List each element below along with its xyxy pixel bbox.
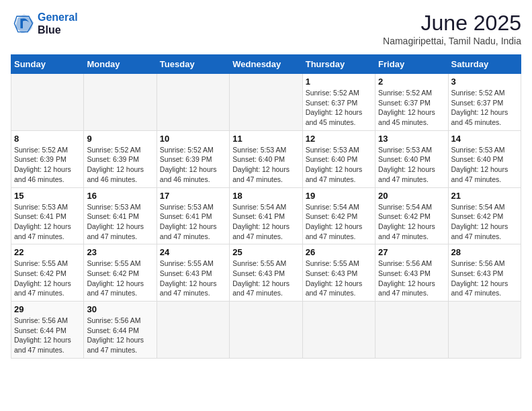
day-number: 17 xyxy=(160,191,226,201)
month-title: June 2025 xyxy=(383,11,521,36)
header-monday: Monday xyxy=(84,55,157,74)
day-detail: Sunrise: 5:54 AMSunset: 6:41 PMDaylight:… xyxy=(232,202,299,242)
calendar-day-cell xyxy=(157,74,229,131)
calendar-day-cell: 9Sunrise: 5:52 AMSunset: 6:39 PMDaylight… xyxy=(84,130,157,187)
day-detail: Sunrise: 5:55 AMSunset: 6:43 PMDaylight:… xyxy=(232,259,299,298)
day-detail: Sunrise: 5:52 AMSunset: 6:39 PMDaylight:… xyxy=(14,145,81,185)
page-header: General Blue June 2025 Namagiripettai, T… xyxy=(11,11,521,46)
day-detail: Sunrise: 5:53 AMSunset: 6:40 PMDaylight:… xyxy=(378,145,445,185)
calendar-day-cell: 10Sunrise: 5:52 AMSunset: 6:39 PMDayligh… xyxy=(157,130,229,187)
day-number: 14 xyxy=(451,134,518,144)
day-number: 20 xyxy=(378,191,445,201)
day-number: 19 xyxy=(306,191,372,201)
day-detail: Sunrise: 5:55 AMSunset: 6:42 PMDaylight:… xyxy=(14,259,81,298)
day-number: 18 xyxy=(232,191,299,201)
day-detail: Sunrise: 5:54 AMSunset: 6:42 PMDaylight:… xyxy=(451,202,518,242)
calendar-day-cell: 1Sunrise: 5:52 AMSunset: 6:37 PMDaylight… xyxy=(302,74,375,131)
day-number: 8 xyxy=(14,134,81,144)
day-number: 26 xyxy=(306,247,372,257)
day-number: 1 xyxy=(306,77,372,87)
calendar-day-cell: 22Sunrise: 5:55 AMSunset: 6:42 PMDayligh… xyxy=(11,244,84,302)
calendar-day-cell xyxy=(84,74,157,131)
calendar-day-cell xyxy=(230,302,302,359)
day-number: 22 xyxy=(14,247,81,257)
calendar-day-cell: 18Sunrise: 5:54 AMSunset: 6:41 PMDayligh… xyxy=(230,187,302,244)
day-detail: Sunrise: 5:53 AMSunset: 6:40 PMDaylight:… xyxy=(232,145,299,185)
day-number: 21 xyxy=(451,191,518,201)
calendar-week-row: 1Sunrise: 5:52 AMSunset: 6:37 PMDaylight… xyxy=(11,74,521,131)
calendar-day-cell: 26Sunrise: 5:55 AMSunset: 6:43 PMDayligh… xyxy=(302,244,375,302)
day-detail: Sunrise: 5:53 AMSunset: 6:40 PMDaylight:… xyxy=(306,145,372,185)
title-block: June 2025 Namagiripettai, Tamil Nadu, In… xyxy=(383,11,521,46)
day-number: 29 xyxy=(14,304,81,314)
day-detail: Sunrise: 5:52 AMSunset: 6:39 PMDaylight:… xyxy=(87,145,153,185)
day-number: 28 xyxy=(451,247,518,257)
calendar-day-cell xyxy=(302,302,375,359)
day-number: 10 xyxy=(160,134,226,144)
day-number: 15 xyxy=(14,191,81,201)
calendar-day-cell: 24Sunrise: 5:55 AMSunset: 6:43 PMDayligh… xyxy=(157,244,229,302)
calendar-day-cell: 19Sunrise: 5:54 AMSunset: 6:42 PMDayligh… xyxy=(302,187,375,244)
day-number: 13 xyxy=(378,134,445,144)
day-number: 12 xyxy=(306,134,372,144)
calendar-day-cell: 23Sunrise: 5:55 AMSunset: 6:42 PMDayligh… xyxy=(84,244,157,302)
header-wednesday: Wednesday xyxy=(230,55,302,74)
day-number: 11 xyxy=(232,134,299,144)
calendar-day-cell: 16Sunrise: 5:53 AMSunset: 6:41 PMDayligh… xyxy=(84,187,157,244)
calendar-week-row: 15Sunrise: 5:53 AMSunset: 6:41 PMDayligh… xyxy=(11,187,521,244)
day-number: 24 xyxy=(160,247,226,257)
calendar-day-cell xyxy=(448,302,521,359)
calendar-day-cell xyxy=(375,302,448,359)
location-subtitle: Namagiripettai, Tamil Nadu, India xyxy=(383,36,521,46)
calendar-day-cell: 30Sunrise: 5:56 AMSunset: 6:44 PMDayligh… xyxy=(84,302,157,359)
calendar-day-cell: 28Sunrise: 5:56 AMSunset: 6:43 PMDayligh… xyxy=(448,244,521,302)
calendar-day-cell: 25Sunrise: 5:55 AMSunset: 6:43 PMDayligh… xyxy=(230,244,302,302)
day-detail: Sunrise: 5:55 AMSunset: 6:42 PMDaylight:… xyxy=(87,259,153,298)
calendar-day-cell xyxy=(230,74,302,131)
calendar-day-cell: 21Sunrise: 5:54 AMSunset: 6:42 PMDayligh… xyxy=(448,187,521,244)
header-tuesday: Tuesday xyxy=(157,55,229,74)
logo: General Blue xyxy=(11,11,78,36)
calendar-day-cell xyxy=(11,74,84,131)
day-number: 3 xyxy=(451,77,518,87)
day-number: 2 xyxy=(378,77,445,87)
day-number: 27 xyxy=(378,247,445,257)
calendar-day-cell: 13Sunrise: 5:53 AMSunset: 6:40 PMDayligh… xyxy=(375,130,448,187)
day-detail: Sunrise: 5:55 AMSunset: 6:43 PMDaylight:… xyxy=(306,259,372,298)
day-detail: Sunrise: 5:54 AMSunset: 6:42 PMDaylight:… xyxy=(378,202,445,242)
header-saturday: Saturday xyxy=(448,55,521,74)
header-thursday: Thursday xyxy=(302,55,375,74)
calendar-header: Sunday Monday Tuesday Wednesday Thursday… xyxy=(11,55,521,74)
logo-icon xyxy=(11,11,35,36)
day-detail: Sunrise: 5:52 AMSunset: 6:37 PMDaylight:… xyxy=(306,88,372,128)
calendar-day-cell: 2Sunrise: 5:52 AMSunset: 6:37 PMDaylight… xyxy=(375,74,448,131)
calendar-day-cell: 11Sunrise: 5:53 AMSunset: 6:40 PMDayligh… xyxy=(230,130,302,187)
calendar-day-cell: 3Sunrise: 5:52 AMSunset: 6:37 PMDaylight… xyxy=(448,74,521,131)
day-detail: Sunrise: 5:52 AMSunset: 6:37 PMDaylight:… xyxy=(451,88,518,128)
header-friday: Friday xyxy=(375,55,448,74)
calendar-day-cell: 20Sunrise: 5:54 AMSunset: 6:42 PMDayligh… xyxy=(375,187,448,244)
calendar-week-row: 8Sunrise: 5:52 AMSunset: 6:39 PMDaylight… xyxy=(11,130,521,187)
day-detail: Sunrise: 5:56 AMSunset: 6:43 PMDaylight:… xyxy=(378,259,445,298)
day-detail: Sunrise: 5:53 AMSunset: 6:41 PMDaylight:… xyxy=(160,202,226,242)
calendar-day-cell: 12Sunrise: 5:53 AMSunset: 6:40 PMDayligh… xyxy=(302,130,375,187)
day-detail: Sunrise: 5:52 AMSunset: 6:39 PMDaylight:… xyxy=(160,145,226,185)
calendar-week-row: 22Sunrise: 5:55 AMSunset: 6:42 PMDayligh… xyxy=(11,244,521,302)
day-detail: Sunrise: 5:52 AMSunset: 6:37 PMDaylight:… xyxy=(378,88,445,128)
calendar-week-row: 29Sunrise: 5:56 AMSunset: 6:44 PMDayligh… xyxy=(11,302,521,359)
calendar-day-cell: 29Sunrise: 5:56 AMSunset: 6:44 PMDayligh… xyxy=(11,302,84,359)
header-sunday: Sunday xyxy=(11,55,84,74)
day-detail: Sunrise: 5:53 AMSunset: 6:40 PMDaylight:… xyxy=(451,145,518,185)
day-detail: Sunrise: 5:54 AMSunset: 6:42 PMDaylight:… xyxy=(306,202,372,242)
day-number: 9 xyxy=(87,134,153,144)
calendar-day-cell: 14Sunrise: 5:53 AMSunset: 6:40 PMDayligh… xyxy=(448,130,521,187)
calendar-day-cell xyxy=(157,302,229,359)
day-detail: Sunrise: 5:55 AMSunset: 6:43 PMDaylight:… xyxy=(160,259,226,298)
calendar-day-cell: 15Sunrise: 5:53 AMSunset: 6:41 PMDayligh… xyxy=(11,187,84,244)
day-number: 25 xyxy=(232,247,299,257)
calendar-body: 1Sunrise: 5:52 AMSunset: 6:37 PMDaylight… xyxy=(11,74,521,359)
calendar-day-cell: 27Sunrise: 5:56 AMSunset: 6:43 PMDayligh… xyxy=(375,244,448,302)
calendar-day-cell: 8Sunrise: 5:52 AMSunset: 6:39 PMDaylight… xyxy=(11,130,84,187)
day-number: 30 xyxy=(87,304,153,314)
day-detail: Sunrise: 5:56 AMSunset: 6:43 PMDaylight:… xyxy=(451,259,518,298)
